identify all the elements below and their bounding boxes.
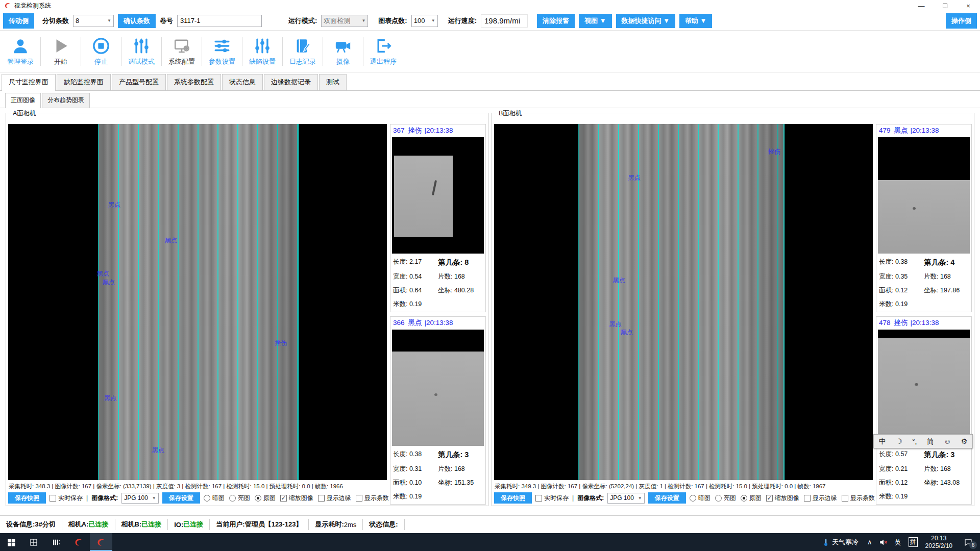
stat-label: 坐标: (924, 479, 940, 486)
tool-system-config[interactable]: 系统配置 (163, 37, 200, 66)
radio-option[interactable]: 亮图 (229, 494, 250, 503)
camera-image-a[interactable]: 黑点黑点黑点黑点挫伤黑点黑点 (8, 124, 387, 480)
defect-label: 黑点 (97, 269, 109, 278)
main-tab[interactable]: 系统参数配置 (167, 74, 221, 90)
defect-thumbnail[interactable] (392, 330, 484, 446)
chart-points-select[interactable]: 100 ▼ (411, 15, 438, 27)
volume-muted-icon[interactable] (876, 533, 891, 551)
stat-label: 米数: (879, 493, 895, 500)
tool-play[interactable]: 开始 (42, 37, 79, 66)
task-view-icon[interactable] (45, 533, 67, 551)
defect-thumbnail[interactable] (392, 137, 484, 254)
operator-side-button[interactable]: 操作侧 (946, 13, 977, 29)
drive-side-button[interactable]: 传动侧 (3, 13, 34, 29)
defect-label: 黑点 (104, 394, 116, 403)
tool-video-camera[interactable]: 摄像 (325, 37, 361, 66)
clock[interactable]: 20:13 2025/2/10 (921, 533, 957, 551)
help-menu-button[interactable]: 帮助 ▼ (679, 14, 712, 28)
clear-alarm-button[interactable]: 清除报警 (537, 14, 575, 28)
tool-vertical-sliders[interactable]: 缺陷设置 (244, 37, 281, 66)
view-menu-button[interactable]: 视图 ▼ (579, 14, 611, 28)
checkbox-option[interactable]: 缩放图像 (280, 494, 313, 503)
radio-option[interactable]: 亮图 (715, 494, 736, 503)
main-tab[interactable]: 尺寸监控界面 (2, 74, 56, 91)
main-tab[interactable]: 测试 (319, 74, 347, 90)
radio-option[interactable]: 原图 (741, 494, 762, 503)
realtime-save-checkbox[interactable]: 实时保存 (535, 494, 569, 503)
save-snapshot-button[interactable]: 保存快照 (494, 492, 532, 504)
stat-value: 197.86 (940, 287, 960, 294)
checkbox-option[interactable]: 显示边缘 (804, 494, 837, 503)
sub-tab-strip: 正面图像分布趋势图表 (0, 91, 980, 108)
image-format-select[interactable]: JPG 100 ▼ (121, 493, 159, 504)
close-button[interactable]: × (957, 0, 980, 11)
defect-thumbnail[interactable] (878, 137, 970, 254)
stat-label: 片数: (438, 465, 454, 472)
save-settings-button[interactable]: 保存设置 (162, 492, 200, 504)
stat-item: 米数: 0.19 (879, 300, 924, 309)
defect-thumbnail[interactable] (878, 330, 970, 446)
tool-user[interactable]: 管理登录 (2, 37, 39, 66)
radio-option[interactable]: 暗图 (690, 494, 710, 503)
ime-settings-gear-icon[interactable]: ⚙ (961, 438, 968, 445)
radio-option[interactable]: 原图 (255, 494, 276, 503)
slit-count-label: 分切条数 (42, 16, 69, 26)
fullwidth-halfwidth-icon[interactable]: ☽ (896, 438, 902, 445)
main-tab[interactable]: 缺陷监控界面 (57, 74, 111, 90)
save-settings-button[interactable]: 保存设置 (648, 492, 686, 504)
save-snapshot-button[interactable]: 保存快照 (8, 492, 46, 504)
stat-item: 宽度: 0.21 (879, 465, 924, 473)
main-tab[interactable]: 边缘数据记录 (264, 74, 318, 90)
status-value: 已连接 (183, 520, 203, 529)
option-label: 原图 (263, 494, 276, 503)
start-button[interactable] (0, 533, 22, 551)
apps-grid-icon[interactable] (22, 533, 45, 551)
content-area: 正面图像分布趋势图表 A面相机 黑点黑点黑点黑点挫伤黑点黑点 采集耗时: 348… (0, 91, 980, 515)
confirm-count-button[interactable]: 确认条数 (118, 14, 156, 28)
status-segment: IO: 已连接 (168, 519, 210, 530)
punctuation-mode-icon[interactable]: °, (912, 438, 917, 445)
tool-log-book[interactable]: 日志记录 (284, 37, 321, 66)
data-quick-access-menu-button[interactable]: 数据快捷访问 ▼ (616, 14, 675, 28)
camera-image-b[interactable]: 挫伤黑点黑点黑点黑点 (494, 124, 873, 480)
defect-stats: 长度: 0.38第几条: 3宽度: 0.31片数: 168面积: 0.10坐标:… (392, 446, 484, 503)
slit-count-select[interactable]: 8 ▼ (73, 15, 114, 27)
active-app-icon[interactable] (90, 533, 112, 551)
image-format-select[interactable]: JPG 100 ▼ (607, 493, 645, 504)
minimize-button[interactable]: — (910, 0, 933, 11)
main-tab[interactable]: 状态信息 (222, 74, 263, 90)
emoji-panel-icon[interactable]: ☺ (944, 438, 951, 445)
stat-value: 0.38 (895, 258, 908, 265)
checkbox-option[interactable]: 显示条数 (356, 494, 389, 503)
realtime-save-checkbox[interactable]: 实时保存 (50, 494, 83, 503)
weather-tray-item[interactable]: 天气寒冷 (817, 533, 864, 551)
checkbox-option[interactable]: 显示边缘 (318, 494, 351, 503)
maximize-button[interactable] (933, 0, 957, 11)
toolbar-divider (161, 37, 162, 66)
language-indicator[interactable]: 英 (891, 533, 905, 551)
roll-number-input[interactable] (177, 15, 262, 27)
ime-chinese-english-toggle[interactable]: 中 (879, 438, 886, 445)
stat-value: 0.19 (409, 300, 422, 308)
ime-mode-indicator[interactable]: 拼 (905, 533, 921, 551)
run-mode-select[interactable]: 双面检测 ▼ (321, 15, 368, 27)
option-label: 显示边缘 (327, 494, 351, 503)
tool-horizontal-sliders[interactable]: 参数设置 (204, 37, 240, 66)
defect-mark (915, 383, 918, 386)
radio-option[interactable]: 暗图 (204, 494, 225, 503)
tray-expand-icon[interactable]: ∧ (864, 533, 876, 551)
notification-center-icon[interactable]: 6 (957, 533, 980, 551)
checkbox-option[interactable]: 缩放图像 (766, 494, 799, 503)
tool-stop[interactable]: 停止 (83, 37, 119, 66)
main-tab[interactable]: 产品型号配置 (112, 74, 166, 90)
sub-tab[interactable]: 分布趋势图表 (42, 93, 90, 108)
sub-tab[interactable]: 正面图像 (5, 93, 41, 108)
checkbox-option[interactable]: 显示条数 (842, 494, 875, 503)
tool-exit[interactable]: 退出程序 (365, 37, 402, 66)
pinned-app-icon[interactable] (67, 533, 90, 551)
tool-label: 参数设置 (209, 57, 235, 66)
simplified-chinese-icon[interactable]: 简 (927, 438, 934, 445)
tool-debug-sliders[interactable]: 调试模式 (123, 37, 160, 66)
radio-icon (229, 495, 236, 502)
status-value: 已连接 (141, 520, 161, 529)
